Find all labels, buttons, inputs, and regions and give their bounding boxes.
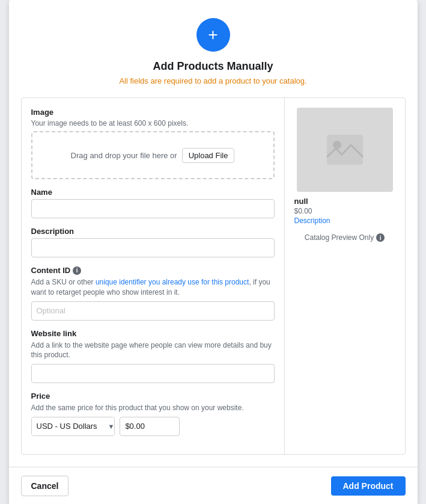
price-row: USD - US Dollars EUR - Euro GBP - Britis…	[31, 417, 275, 436]
add-product-modal: + Add Products Manually All fields are r…	[9, 0, 418, 504]
name-input[interactable]	[31, 199, 275, 218]
preview-description: Description	[294, 217, 395, 225]
cancel-button[interactable]: Cancel	[21, 476, 69, 496]
preview-price: $0.00	[294, 207, 395, 215]
description-field-group: Description	[31, 227, 275, 257]
content-id-field-group: Content ID i Add a SKU or other unique i…	[31, 266, 275, 321]
content-id-info-icon[interactable]: i	[73, 266, 81, 275]
image-placeholder-icon	[324, 132, 366, 168]
catalog-preview-label: Catalog Preview Only i	[305, 233, 385, 242]
modal-title: Add Products Manually	[153, 60, 273, 73]
name-field-group: Name	[31, 188, 275, 218]
modal-header: + Add Products Manually All fields are r…	[9, 0, 418, 97]
catalog-preview-info-icon[interactable]: i	[376, 233, 385, 242]
website-link-input[interactable]	[31, 364, 275, 383]
content-id-input[interactable]	[31, 301, 275, 321]
content-grid: Image Your image needs to be at least 60…	[21, 97, 406, 455]
description-label: Description	[31, 227, 275, 236]
currency-select[interactable]: USD - US Dollars EUR - Euro GBP - Britis…	[32, 417, 115, 435]
price-label: Price	[31, 392, 275, 401]
add-product-button[interactable]: Add Product	[331, 476, 406, 496]
plus-icon: +	[208, 26, 218, 43]
description-input[interactable]	[31, 238, 275, 257]
modal-subtitle: All fields are required to add a product…	[119, 76, 306, 85]
preview-section: null $0.00 Description Catalog Preview O…	[285, 98, 405, 454]
website-link-sublabel: Add a link to the website page where peo…	[31, 340, 275, 361]
image-drop-area[interactable]: Drag and drop your file here or Upload F…	[31, 131, 275, 179]
price-sublabel: Add the same price for this product that…	[31, 403, 275, 413]
form-section: Image Your image needs to be at least 60…	[22, 98, 285, 454]
website-link-field-group: Website link Add a link to the website p…	[31, 329, 275, 384]
image-hint: Your image needs to be at least 600 x 60…	[31, 119, 275, 128]
price-input[interactable]	[120, 417, 180, 436]
price-field-group: Price Add the same price for this produc…	[31, 392, 275, 436]
svg-rect-0	[327, 135, 363, 165]
plus-icon-circle: +	[196, 18, 230, 52]
modal-body: Image Your image needs to be at least 60…	[9, 97, 418, 467]
modal-footer: Cancel Add Product	[9, 467, 418, 504]
content-id-label: Content ID i	[31, 266, 275, 275]
drag-drop-text: Drag and drop your file here or	[71, 151, 177, 160]
svg-point-1	[333, 141, 341, 149]
image-label: Image	[31, 108, 275, 117]
preview-image-placeholder	[297, 108, 393, 192]
website-link-label: Website link	[31, 329, 275, 338]
name-label: Name	[31, 188, 275, 197]
preview-name: null	[294, 197, 395, 206]
currency-select-wrapper: USD - US Dollars EUR - Euro GBP - Britis…	[31, 417, 115, 436]
image-field-group: Image Your image needs to be at least 60…	[31, 108, 275, 179]
upload-file-button[interactable]: Upload File	[182, 148, 235, 163]
content-id-sublabel: Add a SKU or other unique identifier you…	[31, 277, 275, 298]
